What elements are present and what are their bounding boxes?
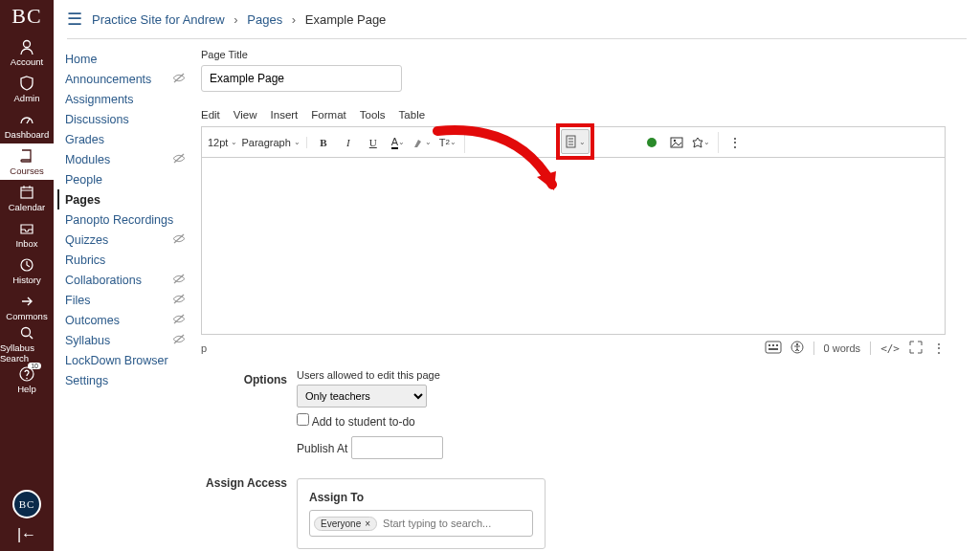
menu-format[interactable]: Format	[311, 109, 345, 121]
underline-button[interactable]: U	[363, 132, 384, 153]
crumb-site[interactable]: Practice Site for Andrew	[92, 12, 225, 27]
todo-checkbox[interactable]	[297, 413, 309, 426]
chevron-down-icon: ⌄	[579, 138, 586, 146]
brand-logo[interactable]: BC	[11, 4, 41, 29]
assignee-search[interactable]	[383, 518, 528, 529]
collapse-rail-icon[interactable]: |←	[17, 526, 36, 543]
nav-label: Commons	[6, 311, 47, 321]
cnav-assignments[interactable]: Assignments	[65, 89, 186, 109]
hamburger-icon[interactable]: ☰	[67, 9, 82, 30]
nav-label: Admin	[14, 93, 40, 103]
cnav-label: Settings	[65, 374, 108, 387]
nav-courses[interactable]: Courses	[0, 143, 54, 180]
menu-insert[interactable]: Insert	[271, 109, 299, 121]
nav-label: Syllabus Search	[0, 342, 54, 364]
nav-account[interactable]: Account	[0, 34, 54, 71]
cnav-label: Home	[65, 53, 97, 66]
editor-canvas[interactable]	[201, 157, 946, 335]
hidden-icon	[172, 152, 186, 166]
nav-commons[interactable]: Commons	[0, 289, 54, 325]
publish-at-input[interactable]	[351, 436, 443, 459]
assign-to-title: Assign To	[309, 491, 533, 504]
cnav-home[interactable]: Home	[65, 49, 186, 69]
font-size-value: 12pt	[208, 137, 228, 148]
fullscreen-icon[interactable]	[909, 341, 923, 356]
breadcrumb: Practice Site for Andrew › Pages › Examp…	[92, 12, 386, 27]
cnav-collaborations[interactable]: Collaborations	[65, 270, 186, 290]
cnav-panopto-recordings[interactable]: Panopto Recordings	[65, 209, 186, 230]
cnav-lockdown-browser[interactable]: LockDown Browser	[65, 350, 186, 370]
element-path[interactable]: p	[201, 342, 207, 354]
cnav-people[interactable]: People	[65, 169, 186, 189]
insert-document-button[interactable]: ⌄	[561, 129, 590, 154]
todo-label: Add to student to-do	[312, 415, 415, 429]
svg-point-28	[795, 343, 797, 345]
svg-point-19	[647, 138, 657, 147]
cnav-grades[interactable]: Grades	[65, 129, 186, 149]
italic-button[interactable]: I	[338, 132, 359, 153]
nav-dash[interactable]: Dashboard	[0, 107, 54, 143]
keyboard-shortcuts-icon[interactable]	[766, 342, 781, 355]
menu-view[interactable]: View	[234, 109, 257, 121]
global-nav: BC AccountAdminDashboardCoursesCalendarI…	[0, 0, 54, 551]
highlight-button[interactable]: ⌄	[412, 132, 434, 153]
chevron-right-icon: ›	[292, 12, 296, 27]
close-icon[interactable]: ×	[365, 518, 370, 529]
page-editor: Page Title EditViewInsertFormatToolsTabl…	[195, 39, 980, 551]
assignee-chip[interactable]: Everyone ×	[314, 517, 377, 531]
cnav-label: Modules	[65, 153, 110, 166]
cnav-modules[interactable]: Modules	[65, 149, 186, 169]
assign-to-input[interactable]: Everyone ×	[309, 510, 533, 537]
avatar-button[interactable]: BC	[12, 490, 41, 518]
cnav-discussions[interactable]: Discussions	[65, 109, 186, 129]
more-button[interactable]: ⋮	[724, 132, 746, 153]
cnav-settings[interactable]: Settings	[65, 370, 186, 390]
menu-tools[interactable]: Tools	[360, 109, 386, 121]
top-bar: ☰ Practice Site for Andrew › Pages › Exa…	[54, 0, 980, 38]
menu-table[interactable]: Table	[399, 109, 426, 121]
nav-label: Courses	[10, 165, 43, 176]
cnav-quizzes[interactable]: Quizzes	[65, 230, 186, 250]
hidden-icon	[172, 232, 186, 247]
nav-calendar[interactable]: Calendar	[0, 180, 54, 216]
cnav-pages[interactable]: Pages	[57, 189, 186, 209]
cnav-syllabus[interactable]: Syllabus	[65, 330, 186, 350]
nav-inbox[interactable]: Inbox	[0, 216, 54, 253]
record-media-button[interactable]	[641, 132, 662, 153]
html-view-icon[interactable]: </>	[880, 342, 900, 355]
cnav-files[interactable]: Files	[65, 290, 186, 310]
a11y-checker-icon[interactable]	[791, 341, 804, 356]
crumb-current: Example Page	[305, 12, 387, 27]
cnav-label: Rubrics	[65, 253, 105, 267]
resize-handle-icon[interactable]: ⋮	[932, 341, 946, 356]
nav-history[interactable]: History	[0, 253, 54, 289]
bold-button[interactable]: B	[313, 132, 334, 153]
editors-select[interactable]: Only teachers	[297, 385, 427, 408]
nav-label: History	[12, 275, 41, 285]
crumb-pages[interactable]: Pages	[247, 12, 282, 27]
cnav-outcomes[interactable]: Outcomes	[65, 310, 186, 330]
insert-image-button[interactable]	[666, 132, 687, 153]
cnav-rubrics[interactable]: Rubrics	[65, 250, 186, 270]
text-color-button[interactable]: A⌄	[388, 132, 409, 153]
font-size-select[interactable]: 12pt ⌄	[208, 137, 237, 148]
rce-menubar: EditViewInsertFormatToolsTable	[201, 109, 946, 121]
cnav-announcements[interactable]: Announcements	[65, 69, 186, 89]
word-count[interactable]: 0 words	[824, 342, 861, 354]
chevron-down-icon: ⌄	[231, 138, 237, 146]
svg-rect-2	[21, 187, 33, 198]
menu-edit[interactable]: Edit	[201, 109, 220, 121]
nav-syllabus[interactable]: Syllabus Search	[0, 325, 54, 362]
cal-icon	[18, 184, 35, 201]
nav-admin[interactable]: Admin	[0, 71, 54, 107]
superscript-button[interactable]: T2⌄	[437, 132, 458, 153]
nav-label: Account	[11, 56, 43, 67]
apps-button[interactable]: ⌄	[691, 132, 712, 153]
arrowr-icon	[18, 293, 35, 310]
nav-help[interactable]: 10Help	[0, 362, 54, 398]
gauge-icon	[18, 111, 35, 128]
page-title-input[interactable]	[201, 65, 402, 92]
block-format-select[interactable]: Paragraph ⌄	[241, 137, 300, 148]
hidden-icon	[172, 72, 186, 86]
inbox-icon	[18, 220, 35, 237]
